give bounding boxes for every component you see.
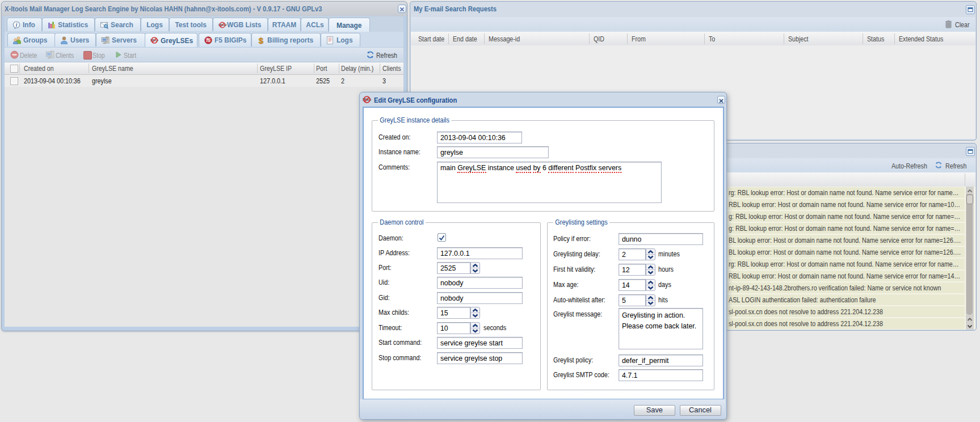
svg-text:$: $ [259, 36, 264, 44]
svg-text:f5: f5 [206, 37, 211, 43]
svg-text:i: i [16, 22, 18, 27]
